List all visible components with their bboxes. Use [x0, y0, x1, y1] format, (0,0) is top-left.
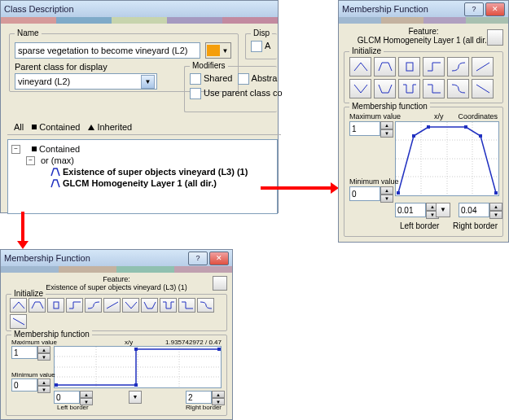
- down-icon[interactable]: ▼: [380, 195, 393, 203]
- up-icon[interactable]: ▲: [489, 203, 502, 211]
- blur-decor: [1, 17, 278, 24]
- parent-select[interactable]: vineyard (L2)▼: [15, 73, 157, 90]
- chevron-down-icon: ▼: [141, 75, 155, 89]
- up-icon[interactable]: ▲: [80, 391, 93, 398]
- feature-browse-button[interactable]: [487, 29, 503, 46]
- color-swatch: [207, 45, 220, 56]
- display-checkbox[interactable]: [251, 41, 262, 52]
- parent-label: Parent class for display: [15, 62, 108, 72]
- tab-contained[interactable]: Contained: [32, 122, 80, 132]
- titlebar[interactable]: Membership Function ? ✕: [339, 1, 508, 17]
- shape-button[interactable]: [423, 79, 445, 98]
- abstract-checkbox[interactable]: [238, 73, 249, 85]
- shape-button[interactable]: [29, 298, 46, 313]
- shape-button[interactable]: [472, 79, 494, 98]
- min-label: Minimum value: [11, 371, 55, 378]
- shape-button[interactable]: [398, 79, 420, 98]
- up-icon[interactable]: ▲: [380, 121, 393, 129]
- chart[interactable]: [395, 121, 499, 196]
- window-title: Membership Function: [342, 4, 428, 14]
- window-title: Membership Function: [4, 253, 90, 263]
- shape-button[interactable]: [374, 57, 396, 77]
- feature-browse-button[interactable]: [213, 276, 227, 291]
- arrow: [21, 212, 24, 241]
- mf-group: Membership function Maximum value 1▲▼ x/…: [344, 107, 503, 237]
- svg-rect-0: [406, 63, 413, 71]
- expand-icon[interactable]: −: [26, 156, 35, 165]
- close-button[interactable]: ✕: [209, 252, 229, 265]
- right-border-label: Right border: [453, 221, 498, 230]
- titlebar[interactable]: Class Description: [1, 1, 278, 17]
- membership-window-right: Membership Function ? ✕ Feature: GLCM Ho…: [338, 0, 509, 243]
- down-icon[interactable]: ▼: [37, 386, 50, 393]
- down-icon[interactable]: ▼: [37, 353, 50, 361]
- mf-label: Membership function: [11, 330, 92, 339]
- chart[interactable]: [54, 346, 222, 388]
- min-label: Minimum value: [349, 177, 399, 186]
- rule-tree[interactable]: −Contained −or (max) Existence of super …: [7, 139, 278, 214]
- shape-button[interactable]: [447, 79, 469, 98]
- xy-label: x/y: [434, 112, 444, 120]
- svg-rect-22: [134, 348, 138, 351]
- up-icon[interactable]: ▲: [37, 378, 50, 386]
- shape-button[interactable]: [423, 57, 445, 77]
- shape-button[interactable]: [349, 79, 371, 98]
- chevron-down-icon: ▼: [220, 47, 230, 55]
- shape-button[interactable]: [122, 298, 139, 313]
- min-spinner[interactable]: 0▲▼: [349, 186, 393, 203]
- svg-rect-7: [397, 191, 400, 195]
- range-button[interactable]: ▼: [129, 391, 142, 404]
- bullet-icon: [32, 147, 37, 151]
- function-icon: [50, 179, 60, 188]
- shape-button[interactable]: [447, 57, 469, 77]
- close-button[interactable]: ✕: [485, 2, 505, 16]
- shape-button[interactable]: [398, 57, 420, 77]
- max-spinner[interactable]: 1▲▼: [349, 121, 393, 138]
- tree-item[interactable]: Existence of super objects vineyard (L3)…: [63, 167, 248, 177]
- svg-rect-10: [464, 125, 467, 129]
- up-icon[interactable]: ▲: [212, 391, 225, 398]
- shape-button[interactable]: [85, 298, 102, 313]
- max-spinner[interactable]: 1▲▼: [11, 346, 50, 361]
- up-icon[interactable]: ▲: [380, 186, 393, 195]
- shape-button[interactable]: [374, 79, 396, 98]
- shared-checkbox[interactable]: [190, 73, 201, 85]
- down-icon[interactable]: ▼: [489, 211, 502, 219]
- shape-button[interactable]: [141, 298, 158, 313]
- down-icon[interactable]: ▼: [380, 129, 393, 138]
- range-button[interactable]: ▼: [436, 203, 450, 217]
- help-button[interactable]: ?: [464, 2, 484, 16]
- tab-all[interactable]: All: [14, 122, 24, 132]
- expand-icon[interactable]: −: [11, 145, 20, 154]
- shape-button[interactable]: [66, 298, 83, 313]
- name-input[interactable]: sparse vegetation to become vineyard (L2…: [15, 42, 200, 59]
- svg-rect-20: [55, 383, 58, 387]
- help-button[interactable]: ?: [188, 252, 208, 265]
- titlebar[interactable]: Membership Function ? ✕: [1, 250, 232, 266]
- right-spinner[interactable]: 0.04▲▼: [459, 203, 502, 219]
- shape-button[interactable]: [197, 298, 214, 313]
- left-spinner[interactable]: 0.01▲▼: [395, 203, 439, 219]
- shape-button[interactable]: [10, 298, 27, 313]
- left-border-label: Left border: [57, 404, 89, 411]
- useparent-checkbox[interactable]: [190, 88, 201, 99]
- shape-button[interactable]: [349, 57, 371, 77]
- tabs: All Contained Inherited: [7, 120, 281, 135]
- svg-rect-12: [494, 191, 498, 195]
- color-picker[interactable]: ▼: [205, 42, 231, 59]
- shape-button[interactable]: [178, 298, 195, 313]
- display-label: Disp: [251, 28, 272, 37]
- tab-inherited[interactable]: Inherited: [88, 122, 132, 132]
- min-spinner[interactable]: 0▲▼: [11, 378, 50, 393]
- tree-item[interactable]: GLCM Homogeneity Layer 1 (all dir.): [63, 178, 217, 188]
- svg-rect-8: [412, 134, 415, 138]
- shape-button[interactable]: [10, 314, 27, 329]
- shape-button[interactable]: [103, 298, 121, 313]
- max-label: Maximum value: [11, 339, 57, 346]
- shape-button[interactable]: [472, 57, 494, 77]
- shape-button[interactable]: [47, 298, 64, 313]
- up-icon[interactable]: ▲: [37, 346, 50, 353]
- svg-rect-21: [134, 383, 138, 387]
- svg-rect-23: [217, 348, 221, 351]
- shape-button[interactable]: [160, 298, 177, 313]
